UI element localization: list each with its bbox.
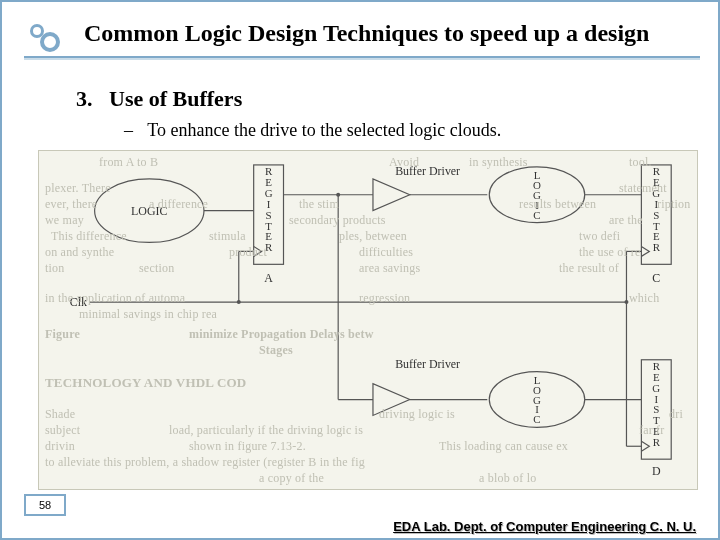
section-heading: 3. Use of Buffers xyxy=(76,86,242,112)
ghost-text: tion xyxy=(45,261,64,276)
svg-point-1 xyxy=(42,34,58,50)
svg-text:R: R xyxy=(653,436,661,448)
ghost-text: a difference xyxy=(149,197,208,212)
ghost-text: ription xyxy=(657,197,690,212)
ghost-text: difficulties xyxy=(359,245,413,260)
section-title: Use of Buffers xyxy=(109,86,242,111)
ghost-text: a copy of the xyxy=(259,471,324,486)
slide-frame: Common Logic Design Techniques to speed … xyxy=(0,0,720,540)
ghost-text: Avoid xyxy=(389,155,419,170)
ghost-text: results between xyxy=(519,197,596,212)
ghost-text: area savings xyxy=(359,261,420,276)
svg-text:C: C xyxy=(533,413,540,425)
ghost-text: secondary products xyxy=(289,213,386,228)
svg-point-60 xyxy=(624,300,628,304)
ghost-text: driving logic is xyxy=(379,407,455,422)
title-underline xyxy=(24,56,700,60)
svg-point-0 xyxy=(32,26,43,37)
ghost-text: statement xyxy=(619,181,667,196)
svg-point-58 xyxy=(237,300,241,304)
slide-number: 58 xyxy=(24,494,66,516)
ghost-text: ples, between xyxy=(339,229,407,244)
ghost-text: product xyxy=(229,245,267,260)
svg-text:R: R xyxy=(653,241,661,253)
ghost-text: section xyxy=(139,261,174,276)
ghost-text: regression xyxy=(359,291,410,306)
footer-text: EDA Lab. Dept. of Computer Engineering C… xyxy=(393,519,696,534)
ghost-text: TECHNOLOGY AND VHDL COD xyxy=(45,375,246,391)
ghost-text: far fr xyxy=(639,423,665,438)
ghost-text: drivin xyxy=(45,439,75,454)
ghost-text: plexer. There xyxy=(45,181,111,196)
ghost-text: from A to B xyxy=(99,155,158,170)
ghost-text: on and synthe xyxy=(45,245,114,260)
section-number: 3. xyxy=(76,86,93,111)
ghost-text: we may xyxy=(45,213,84,228)
dash-icon: – xyxy=(124,120,133,140)
ghost-text: in synthesis xyxy=(469,155,528,170)
ghost-text: minimize Propagation Delays betw xyxy=(189,327,374,342)
ghost-text: tool. xyxy=(629,155,652,170)
ghost-text: the result of xyxy=(559,261,619,276)
ghost-text: This difference xyxy=(51,229,127,244)
ghost-text: subject xyxy=(45,423,80,438)
diagram-figure: from A to B Avoid in synthesis tool. ple… xyxy=(38,150,698,490)
ghost-text: which xyxy=(629,291,659,306)
ghost-text: in the application of automa xyxy=(45,291,185,306)
buffer-label-bottom: Buffer Driver xyxy=(395,357,460,371)
ghost-text: are the xyxy=(609,213,643,228)
register-a-id: A xyxy=(264,271,273,285)
ghost-text: Figure xyxy=(45,327,80,342)
page-title: Common Logic Design Techniques to speed … xyxy=(84,20,649,47)
ghost-text: minimal savings in chip rea xyxy=(79,307,217,322)
sub-bullet-text: To enhance the drive to the selected log… xyxy=(147,120,501,140)
ghost-text: Stages xyxy=(259,343,293,358)
ghost-text: to alleviate this problem, a shadow regi… xyxy=(45,455,365,470)
sub-bullet: – To enhance the drive to the selected l… xyxy=(124,120,501,141)
ghost-text: dri xyxy=(669,407,683,422)
ghost-text: ever, there xyxy=(45,197,97,212)
ghost-text: the use of re xyxy=(579,245,641,260)
ghost-text: load, particularly if the driving logic … xyxy=(169,423,363,438)
ghost-text: stimula xyxy=(209,229,246,244)
ghost-text: a blob of lo xyxy=(479,471,536,486)
bullet-icon xyxy=(24,22,64,56)
ghost-text: two defi xyxy=(579,229,620,244)
register-d-id: D xyxy=(652,464,661,478)
ghost-text: the stim xyxy=(299,197,339,212)
ghost-text: This loading can cause ex xyxy=(439,439,568,454)
ghost-text: shown in figure 7.13-2. xyxy=(189,439,306,454)
register-c-id: C xyxy=(652,271,660,285)
ghost-text: Shade xyxy=(45,407,75,422)
